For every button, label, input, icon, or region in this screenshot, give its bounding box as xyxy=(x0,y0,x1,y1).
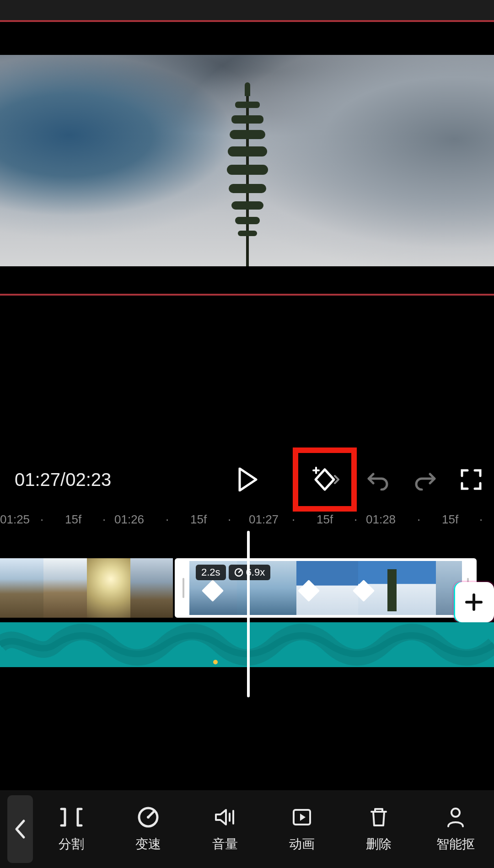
clip-unselected[interactable] xyxy=(0,558,173,618)
ruler-tick: 01:26 xyxy=(114,512,144,527)
spacer xyxy=(0,296,494,451)
ruler-tick: 15f xyxy=(317,512,333,527)
preview-subject-tree xyxy=(227,88,268,266)
split-icon xyxy=(59,805,83,829)
ruler-tick: 01:27 xyxy=(249,512,279,527)
tool-label: 分割 xyxy=(59,836,84,853)
diamond-icon xyxy=(298,580,320,602)
clip-thumb xyxy=(130,558,173,618)
diamond-icon xyxy=(353,580,375,602)
play-button[interactable] xyxy=(234,466,262,493)
preview-frame xyxy=(0,20,494,296)
ruler-tick: · xyxy=(228,512,231,527)
undo-icon xyxy=(366,469,390,491)
trash-icon xyxy=(367,805,391,829)
duration-badge: 2.2s xyxy=(196,565,226,580)
playback-controls: 01:27/02:23 xyxy=(0,451,494,506)
chevron-left-icon xyxy=(13,818,27,840)
fullscreen-icon xyxy=(460,469,482,491)
clip-thumb xyxy=(87,558,130,618)
ruler-tick: · xyxy=(166,512,169,527)
keyframe-marker[interactable] xyxy=(356,583,371,598)
current-time: 01:27 xyxy=(15,469,60,490)
time-sep: / xyxy=(60,469,65,490)
diamond-icon xyxy=(202,580,224,602)
ruler-tick: 01:25 xyxy=(0,512,30,527)
audio-marker xyxy=(213,660,218,664)
speed-icon xyxy=(234,568,243,577)
timeline[interactable]: 2.2s 6.9x xyxy=(0,531,494,769)
tool-smart-cutout[interactable]: 智能抠 xyxy=(417,805,494,853)
animation-icon xyxy=(290,805,314,829)
clip-thumb xyxy=(0,558,43,618)
playhead[interactable] xyxy=(247,531,250,697)
time-display: 01:27/02:23 xyxy=(15,469,111,490)
tool-label: 音量 xyxy=(212,836,238,853)
play-icon xyxy=(238,468,258,491)
ruler-tick: · xyxy=(417,512,420,527)
ruler-tick: · xyxy=(292,512,295,527)
ruler-tick: 15f xyxy=(190,512,207,527)
bottom-toolbar: 分割 变速 音量 动画 删除 智能抠 xyxy=(0,790,494,868)
ruler-tick: 15f xyxy=(442,512,458,527)
redo-button[interactable] xyxy=(412,466,439,493)
keyframe-marker[interactable] xyxy=(205,583,220,598)
timeline-ruler[interactable]: 01:25·15f·01:26·15f·01:27·15f·01:28·15f· xyxy=(0,506,494,531)
svg-point-2 xyxy=(147,816,150,819)
ruler-tick: · xyxy=(479,512,483,527)
tool-label: 智能抠 xyxy=(436,836,475,853)
video-preview[interactable] xyxy=(0,55,494,266)
tool-label: 删除 xyxy=(366,836,392,853)
ruler-tick: · xyxy=(354,512,357,527)
tool-split[interactable]: 分割 xyxy=(33,805,110,853)
clip-selected[interactable]: 2.2s 6.9x xyxy=(175,558,477,618)
ruler-tick: 15f xyxy=(65,512,81,527)
clip-badges: 2.2s 6.9x xyxy=(196,565,270,580)
ruler-tick: · xyxy=(102,512,106,527)
ruler-tick: 01:28 xyxy=(366,512,396,527)
toolbar-back-button[interactable] xyxy=(7,795,33,863)
tool-animation[interactable]: 动画 xyxy=(263,805,340,853)
add-keyframe-icon xyxy=(310,467,339,492)
keyframe-marker[interactable] xyxy=(301,583,317,598)
tool-label: 变速 xyxy=(135,836,161,853)
tool-label: 动画 xyxy=(289,836,315,853)
fullscreen-button[interactable] xyxy=(457,466,485,493)
speed-dial-icon xyxy=(136,805,160,829)
status-band xyxy=(0,0,494,20)
keyframe-markers xyxy=(177,583,474,599)
volume-icon xyxy=(213,805,237,829)
total-time: 02:23 xyxy=(65,469,111,490)
svg-point-4 xyxy=(451,809,460,817)
tool-delete[interactable]: 删除 xyxy=(340,805,417,853)
clip-thumb xyxy=(43,558,87,618)
tool-volume[interactable]: 音量 xyxy=(187,805,263,853)
redo-icon xyxy=(413,469,437,491)
add-keyframe-button[interactable] xyxy=(307,462,342,497)
person-icon xyxy=(444,805,467,829)
undo-button[interactable] xyxy=(364,466,392,493)
tool-speed[interactable]: 变速 xyxy=(110,805,187,853)
ruler-tick: · xyxy=(40,512,43,527)
